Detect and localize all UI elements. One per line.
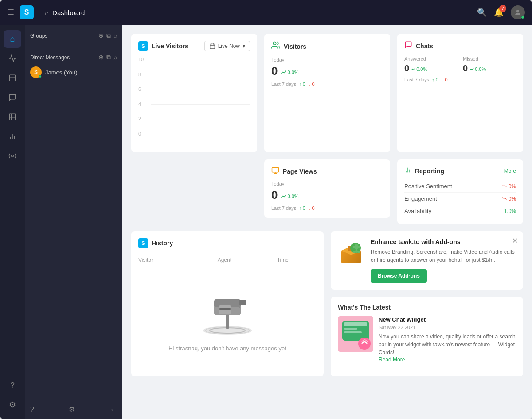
live-visitors-brand: S <box>138 41 148 51</box>
nav-reports[interactable] <box>4 128 21 145</box>
svg-point-42 <box>363 342 364 343</box>
chats-answered: Answered 0 0.0% <box>404 56 458 74</box>
history-card: S History Visitor Agent Time <box>131 231 324 376</box>
sidebar-item-james[interactable]: S James (You) <box>25 64 122 81</box>
visitors-today-label: Today <box>271 57 383 62</box>
visitors-title: Visitors <box>271 41 306 52</box>
nav-messages[interactable] <box>4 89 21 106</box>
svg-point-14 <box>273 42 276 45</box>
sidebar-dm-section: Direct Messages ⊕ ⧉ ⌕ S James (You) <box>25 47 122 85</box>
live-visitors-title: S Live Visitors <box>138 41 188 51</box>
reporting-row-availability: Availability 1.0% <box>404 205 516 217</box>
hamburger-icon[interactable]: ☰ <box>7 8 14 17</box>
history-title: S History <box>138 238 317 248</box>
dm-copy-icon[interactable]: ⧉ <box>106 54 111 61</box>
nav-activity[interactable] <box>4 50 21 67</box>
news-thumbnail <box>338 316 373 352</box>
svg-rect-40 <box>344 331 362 333</box>
content-area: S Live Visitors Live Now ▾ 10 8 <box>122 25 532 419</box>
groups-add-icon[interactable]: ⊕ <box>98 32 104 39</box>
read-more-link[interactable]: Read More <box>379 357 516 363</box>
page-views-icon <box>271 167 279 176</box>
addon-title: Enhance tawk.to with Add-ons <box>371 238 516 245</box>
user-avatar-button[interactable] <box>511 5 525 19</box>
page-views-last7: Last 7 days ↑ 0 ↓ 0 <box>271 206 383 211</box>
sidebar-groups-header: Groups ⊕ ⧉ ⌕ <box>25 29 122 42</box>
live-now-button[interactable]: Live Now ▾ <box>204 41 250 51</box>
user-online-dot <box>39 75 42 78</box>
right-column: ✕ <box>331 231 523 376</box>
svg-rect-38 <box>344 322 367 326</box>
chart-y-labels: 10 8 6 4 2 0 <box>138 57 149 136</box>
svg-rect-1 <box>9 75 16 81</box>
nav-contacts[interactable] <box>4 108 21 126</box>
chats-card: Chats Answered 0 0.0% <box>397 34 523 152</box>
empty-illustration <box>196 285 258 338</box>
svg-rect-39 <box>344 328 357 330</box>
nav-settings[interactable]: ⚙ <box>4 396 21 414</box>
svg-point-9 <box>12 155 14 157</box>
top-bar-title: ⌂ Dashboard <box>45 9 85 16</box>
svg-rect-2 <box>9 114 16 120</box>
sidebar-collapse-icon[interactable]: ← <box>110 406 117 414</box>
sidebar-footer: ? ⚙ ← <box>25 400 122 419</box>
gridline-4 <box>151 104 250 105</box>
svg-rect-29 <box>239 300 246 305</box>
svg-rect-15 <box>272 167 279 172</box>
live-visitors-card: S Live Visitors Live Now ▾ 10 8 <box>131 34 257 152</box>
live-visitors-chart: 10 8 6 4 2 0 <box>138 57 250 145</box>
chats-last7: Last 7 days ↑ 0 ↓ 0 <box>404 77 516 82</box>
reporting-title: Reporting <box>404 167 444 175</box>
svg-rect-10 <box>210 44 215 49</box>
page-views-title: Page Views <box>271 167 317 176</box>
reporting-icon <box>404 167 411 175</box>
top-bar-divider <box>39 6 39 19</box>
top-bar: ☰ S ⌂ Dashboard 🔍 🔔 7 <box>0 0 532 25</box>
addon-card: ✕ <box>331 231 523 290</box>
user-name-james: James (You) <box>45 69 78 76</box>
chart-zero-line <box>151 136 250 136</box>
visitors-icon <box>271 41 280 52</box>
nav-integrations[interactable] <box>4 147 21 165</box>
dm-search-icon[interactable]: ⌕ <box>113 54 117 61</box>
groups-search-icon[interactable]: ⌕ <box>113 32 117 39</box>
sidebar: Groups ⊕ ⧉ ⌕ Direct Messages ⊕ ⧉ ⌕ <box>25 25 122 419</box>
sidebar-groups-section: Groups ⊕ ⧉ ⌕ <box>25 25 122 47</box>
notification-button[interactable]: 🔔 7 <box>494 8 504 17</box>
history-table-header: Visitor Agent Time <box>138 253 317 267</box>
news-item: New Chat Widget Sat May 22 2021 Now you … <box>338 316 516 363</box>
nav-home[interactable]: ⌂ <box>4 30 21 48</box>
reporting-card: Reporting More Positive Sentiment 0% <box>397 159 523 224</box>
reporting-row-engagement: Engagement 0% <box>404 193 516 205</box>
svg-point-43 <box>365 342 367 343</box>
chats-stats-row: Answered 0 0.0% Missed <box>404 56 516 74</box>
news-date: Sat May 22 2021 <box>379 325 516 330</box>
sidebar-dm-header: Direct Messages ⊕ ⧉ ⌕ <box>25 51 122 64</box>
dm-add-icon[interactable]: ⊕ <box>98 54 104 61</box>
latest-card: What's The Latest <box>331 297 523 376</box>
brand-badge: S <box>20 5 34 19</box>
user-online-indicator <box>521 16 524 19</box>
sidebar-help-icon[interactable]: ? <box>30 406 34 414</box>
history-empty-message: Hi strasnaq, you don't have any messages… <box>168 345 286 352</box>
user-avatar-james: S <box>30 66 42 78</box>
search-button[interactable]: 🔍 <box>477 8 487 17</box>
addon-description: Remove Branding, Screenshare, make Video… <box>371 248 516 264</box>
visitors-change: 0.0% <box>281 70 298 75</box>
groups-copy-icon[interactable]: ⧉ <box>106 32 111 39</box>
main-layout: ⌂ ? ⚙ <box>0 25 532 419</box>
icon-nav: ⌂ ? ⚙ <box>0 25 25 419</box>
sidebar-settings-icon[interactable]: ⚙ <box>69 405 75 414</box>
chats-header: Chats <box>404 41 516 51</box>
browse-addons-button[interactable]: Browse Add-ons <box>371 269 427 283</box>
reporting-more-link[interactable]: More <box>504 168 516 174</box>
gridline-10 <box>151 57 250 57</box>
visitors-card: Visitors Today 0 0.0% Last 7 days ↑ 0 <box>264 34 390 152</box>
nav-inbox[interactable] <box>4 69 21 87</box>
addon-close-button[interactable]: ✕ <box>512 237 518 245</box>
chart-gridlines <box>151 57 250 136</box>
chats-answered-change: 0.0% <box>411 66 427 72</box>
nav-help[interactable]: ? <box>4 376 21 394</box>
svg-point-0 <box>516 10 519 12</box>
top-row: S Live Visitors Live Now ▾ 10 8 <box>131 34 523 152</box>
